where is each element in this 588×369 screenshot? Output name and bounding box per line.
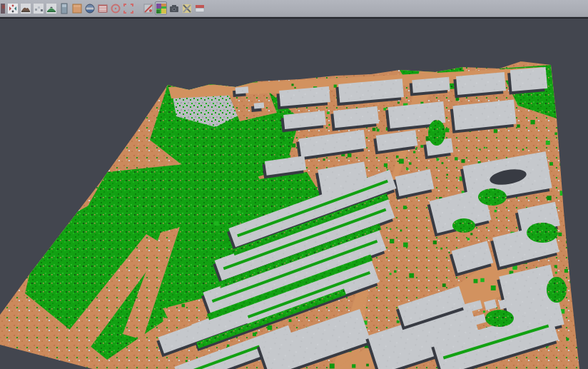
tree-points <box>224 238 229 243</box>
crop-box-icon <box>123 3 133 14</box>
tree-points <box>440 248 442 250</box>
circle-select-icon <box>110 3 121 14</box>
vegetation-terrain-button[interactable] <box>45 1 57 15</box>
tree-points <box>292 143 295 147</box>
clip-outside-icon <box>143 3 153 14</box>
tree-points <box>546 141 550 145</box>
tree-points <box>323 158 325 161</box>
tree-points <box>574 108 578 112</box>
tree-points <box>448 252 450 253</box>
tree-points <box>433 241 437 244</box>
tree-points <box>566 241 569 243</box>
tree-points <box>330 363 335 368</box>
tree-points <box>352 364 355 368</box>
tree-points <box>186 360 188 362</box>
tree-points <box>494 129 497 133</box>
terrain-hill-button[interactable] <box>19 1 31 15</box>
tree-points <box>491 285 496 290</box>
cross-section-button[interactable] <box>181 1 193 15</box>
clip-outside-button[interactable] <box>142 1 154 15</box>
tree-points <box>566 338 569 340</box>
tree-points <box>558 233 562 236</box>
tree-points <box>554 132 557 135</box>
vegetation-blob <box>478 188 507 206</box>
clipped-edge-icon-button[interactable] <box>0 1 6 15</box>
tree-points <box>403 243 408 248</box>
vegetation-blob <box>485 310 514 327</box>
flag-stripes-button[interactable] <box>193 1 206 15</box>
tree-points <box>455 157 457 160</box>
tree-points <box>383 108 386 111</box>
tree-points <box>480 148 481 150</box>
point-picking-button[interactable] <box>32 1 44 15</box>
tree-points <box>566 126 569 129</box>
tree-points <box>406 168 408 170</box>
tree-points <box>409 162 411 164</box>
building-roof <box>235 86 249 94</box>
tree-points <box>294 87 295 89</box>
tree-points <box>397 161 399 162</box>
tree-points <box>348 153 352 158</box>
profile-panel-button[interactable] <box>58 1 70 15</box>
tree-points <box>480 278 484 282</box>
tree-points <box>437 158 440 161</box>
point-picking-icon <box>33 3 44 14</box>
3d-viewport[interactable] <box>0 19 588 369</box>
globe-button[interactable] <box>83 1 96 15</box>
registration-align-button[interactable] <box>6 1 19 15</box>
tree-points <box>442 283 446 287</box>
tree-points <box>483 310 485 313</box>
tree-points <box>564 269 568 273</box>
tree-points <box>531 120 535 124</box>
tree-points <box>484 147 485 148</box>
vegetation-terrain-icon <box>46 3 56 14</box>
toolbar-separator <box>135 8 142 9</box>
tree-points <box>390 273 392 275</box>
profile-panel-icon <box>59 3 69 14</box>
tree-points <box>413 151 415 153</box>
circle-select-button[interactable] <box>109 1 121 15</box>
flag-stripes-icon <box>194 3 205 14</box>
tree-points <box>289 319 292 322</box>
tree-points <box>474 279 478 283</box>
height-layers-button[interactable] <box>96 1 108 15</box>
tree-points <box>366 364 369 367</box>
tree-points <box>573 287 577 290</box>
vegetation-blob <box>527 223 558 243</box>
building <box>453 72 506 98</box>
tree-points <box>547 196 551 200</box>
tree-points <box>276 156 278 158</box>
classification-colors-button[interactable] <box>155 1 167 15</box>
point-cloud-scene <box>0 19 588 369</box>
terrain-point-cloud <box>0 19 588 369</box>
tree-points <box>394 271 396 273</box>
tree-points <box>397 101 400 103</box>
tree-points <box>198 216 202 220</box>
tree-points <box>522 148 524 150</box>
classification-colors-icon <box>156 3 166 14</box>
tree-points <box>268 325 273 330</box>
tree-points <box>461 159 465 163</box>
vegetation-blob <box>547 277 567 303</box>
registration-align-icon <box>7 3 18 14</box>
tree-points <box>396 156 399 158</box>
ortho-tile-button[interactable] <box>71 1 83 15</box>
height-layers-icon <box>97 3 108 14</box>
tree-points <box>569 281 572 283</box>
tree-points <box>238 211 240 213</box>
tree-points <box>572 195 574 197</box>
tree-points <box>467 238 470 240</box>
tree-points <box>560 191 565 196</box>
tree-points <box>328 124 330 126</box>
cross-section-icon <box>181 3 192 14</box>
tree-points <box>470 233 472 235</box>
crop-box-button[interactable] <box>122 1 134 15</box>
vegetation-blob <box>428 120 445 146</box>
tree-points <box>234 191 235 192</box>
tree-points <box>384 163 387 167</box>
tree-points <box>377 128 380 131</box>
main-toolbar <box>0 0 588 17</box>
camera-button[interactable] <box>168 1 180 15</box>
tree-points <box>399 158 404 163</box>
tree-points <box>554 265 557 268</box>
